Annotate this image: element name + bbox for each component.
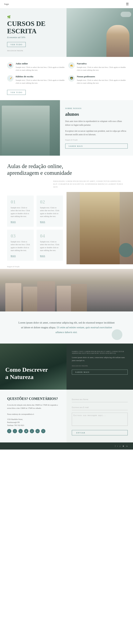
- questoes-address-label: Nosso endereço de correspondência é:: [7, 413, 61, 416]
- cards-caption: Imagem de Freepik: [0, 264, 133, 269]
- email-field[interactable]: [72, 405, 128, 410]
- lorem-text: Lorem ipsum dolor sit amet, consectetur …: [18, 320, 115, 335]
- natureza-body: Lorem ipsum dolor sit amet, consectetur …: [72, 356, 128, 362]
- youtube-icon[interactable]: y: [18, 429, 23, 433]
- questoes-left: QUESTÕES? COMENTÁRIOS? A escola de redaç…: [0, 390, 66, 442]
- card-3-text: Sample text. Click to select the text bo…: [11, 240, 30, 252]
- card-1-text: Sample text. Click to select the text bo…: [11, 206, 30, 218]
- natureza-section: Como Descrever a Natureza SAMPLE TEXT: L…: [0, 344, 133, 390]
- card-2-num: 02: [40, 199, 60, 205]
- hamburger-menu[interactable]: ☰: [126, 2, 129, 6]
- cards-section: 01 Sample text. Click to select the text…: [0, 192, 133, 264]
- footer: f t y ☻ in: [0, 442, 133, 450]
- features-section: 📚 Aulas online Sample text. Click to sel…: [0, 57, 133, 90]
- header: logo ☰: [0, 0, 133, 8]
- sobre-button[interactable]: Saber mais: [65, 144, 128, 148]
- natureza-caption: IMAGEM DE FREEPIK: [72, 365, 128, 367]
- card-4: 04 Sample text. Click to select the text…: [36, 230, 63, 261]
- feature-narrativa-text: Sample text. Click to select the text bo…: [77, 66, 126, 72]
- card-4-text: Sample text. Click to select the text bo…: [40, 240, 60, 252]
- feature-habitos: 📝 Hábitos de escrita Sample text. Click …: [7, 75, 65, 84]
- card-3-num: 03: [11, 233, 30, 239]
- card-2-link[interactable]: MAIS: [40, 221, 45, 223]
- ver-tudo-wrapper: VER TUDO: [0, 90, 133, 98]
- sobre-top-label: Sobre nossos: [65, 107, 128, 109]
- card-1-link[interactable]: MAIS: [11, 221, 16, 223]
- facebook-icon[interactable]: f: [7, 429, 11, 433]
- leaf-icon: 🌿: [7, 15, 61, 18]
- linkedin-icon[interactable]: in: [36, 429, 40, 433]
- contact-form: ENVIAR: [66, 390, 133, 442]
- sobre-title: alunos: [65, 111, 128, 117]
- aulas-paragraph-wrapper: PARAGRAPH: LOREM IPSUM DOLOR SIT AMET, C…: [0, 180, 133, 192]
- online-icon: 📚: [7, 62, 14, 68]
- feature-online-title: Aulas online: [16, 62, 65, 65]
- footer-youtube-icon[interactable]: y: [120, 445, 120, 447]
- smiley-icon[interactable]: ☻: [24, 429, 28, 433]
- hero-left: 🌿 CURSOS DE ESCRITA Economize até 50% VE…: [0, 8, 66, 57]
- questoes-title: QUESTÕES? COMENTÁRIOS?: [7, 397, 61, 401]
- footer-facebook-icon[interactable]: f: [115, 445, 116, 447]
- feature-professores-text: Sample text. Click to select the text bo…: [77, 79, 126, 84]
- natureza-sample-label: SAMPLE TEXT: LOREM IPSUM DOLOR UT AMET, …: [72, 351, 128, 354]
- natureza-title: Como Descrever a Natureza: [5, 366, 61, 381]
- aulas-paragraph: PARAGRAPH: LOREM IPSUM DOLOR SIT AMET, C…: [53, 180, 126, 188]
- habitos-icon: 📝: [7, 75, 14, 82]
- questoes-section: QUESTÕES? COMENTÁRIOS? A escola de redaç…: [0, 390, 133, 442]
- hero-title: CURSOS DE ESCRITA: [7, 20, 61, 35]
- google-icon[interactable]: G: [41, 429, 46, 433]
- feature-habitos-content: Hábitos de escrita Sample text. Click to…: [16, 75, 65, 84]
- card-1: 01 Sample text. Click to select the text…: [7, 196, 34, 227]
- hero-image-caption: IMAGEM DE FREEPIK: [7, 50, 61, 52]
- sobre-text2: Excepteur sint occaecat cupidatat non pr…: [65, 129, 128, 136]
- hero-section: 🌿 CURSOS DE ESCRITA Economize até 50% VE…: [0, 8, 133, 57]
- submit-button[interactable]: ENVIAR: [72, 430, 128, 435]
- natureza-button[interactable]: SABER MAIS: [72, 370, 128, 374]
- hero-subtitle: Economize até 50%: [7, 36, 61, 39]
- aulas-heading: Aulas de redação online, aprendizagem e …: [0, 156, 133, 180]
- lorem-section: Lorem ipsum dolor sit amet, consectetur …: [0, 312, 133, 344]
- hero-cta-button[interactable]: VER TUDO: [7, 42, 26, 47]
- feature-professores-title: Nossos professores: [77, 75, 126, 78]
- pinterest-icon[interactable]: p: [30, 429, 34, 433]
- card-4-link[interactable]: MAIS: [40, 255, 45, 257]
- feature-narrativa-content: Narrativa Sample text. Click to select t…: [77, 62, 126, 72]
- sobre-section: Sobre nossos alunos Duis aute irure dolo…: [0, 100, 133, 156]
- narrativa-icon: ✍️: [68, 62, 75, 68]
- group-photo: [0, 269, 133, 312]
- logo: logo: [4, 3, 9, 6]
- feature-professores-content: Nossos professores Sample text. Click to…: [77, 75, 126, 84]
- natureza-right: SAMPLE TEXT: LOREM IPSUM DOLOR UT AMET, …: [66, 344, 133, 390]
- cards-image: [66, 192, 133, 264]
- feature-online: 📚 Aulas online Sample text. Click to sel…: [7, 62, 65, 72]
- feature-professores: 👨‍🏫 Nossos professores Sample text. Clic…: [68, 75, 126, 84]
- name-field[interactable]: [72, 397, 128, 402]
- questoes-text: A escola de redação está aberta das 19h0…: [7, 403, 61, 410]
- feature-habitos-text: Sample text. Click to select the text bo…: [16, 79, 65, 84]
- card-3: 03 Sample text. Click to select the text…: [7, 230, 34, 261]
- social-icons: f t y ☻ p in G: [7, 429, 61, 433]
- sobre-content: Sobre nossos alunos Duis aute irure dolo…: [60, 100, 133, 156]
- message-field[interactable]: [72, 413, 128, 426]
- feature-online-content: Aulas online Sample text. Click to selec…: [16, 62, 65, 72]
- natureza-left: Como Descrever a Natureza: [0, 344, 66, 390]
- card-1-num: 01: [11, 199, 30, 205]
- feature-narrativa: ✍️ Narrativa Sample text. Click to selec…: [68, 62, 126, 72]
- sobre-image: [0, 100, 60, 156]
- twitter-icon[interactable]: t: [13, 429, 17, 433]
- sobre-caption: Imagem de Freepik: [65, 139, 128, 141]
- questoes-address: 1526 Sharbible Street, Peterborough ON T…: [7, 418, 61, 427]
- sobre-text1: Duis aute irure dolor in reprehenderit i…: [65, 120, 128, 127]
- feature-narrativa-title: Narrativa: [77, 62, 126, 65]
- cards-grid: 01 Sample text. Click to select the text…: [0, 192, 66, 264]
- footer-social-icon[interactable]: ☻: [122, 445, 124, 447]
- ver-tudo-button[interactable]: VER TUDO: [7, 90, 26, 95]
- aulas-title: Aulas de redação online, aprendizagem e …: [7, 163, 126, 176]
- card-3-link[interactable]: MAIS: [11, 255, 16, 257]
- feature-online-text: Sample text. Click to select the text bo…: [16, 66, 65, 72]
- footer-linkedin-icon[interactable]: in: [126, 445, 128, 447]
- hero-image: [66, 8, 133, 57]
- card-2: 02 Sample text. Click to select the text…: [36, 196, 63, 227]
- card-4-num: 04: [40, 233, 60, 239]
- footer-twitter-icon[interactable]: t: [117, 445, 118, 447]
